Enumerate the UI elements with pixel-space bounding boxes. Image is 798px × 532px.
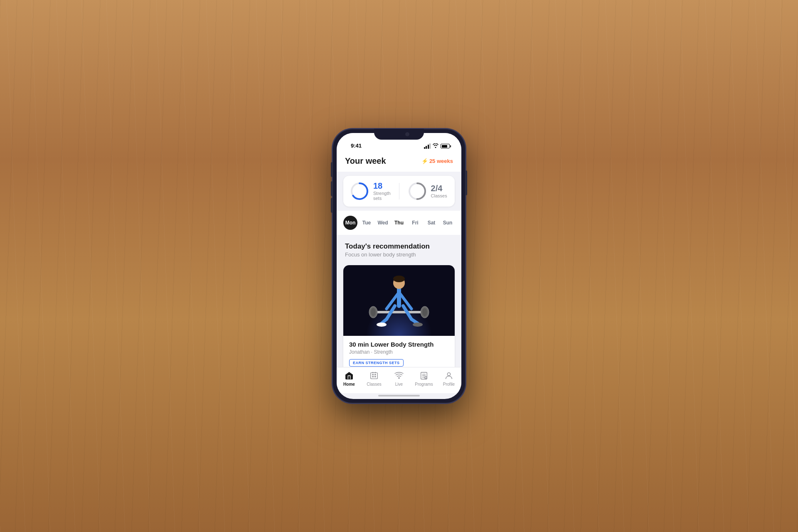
svg-point-19 (413, 323, 423, 327)
programs-icon (419, 371, 429, 381)
live-icon (394, 371, 404, 381)
profile-icon (444, 371, 454, 381)
streak-lightning-icon: ⚡ (421, 158, 428, 164)
strength-stat: 18 Strength sets (350, 182, 391, 201)
classes-value: 2/4 (431, 184, 447, 192)
day-sun[interactable]: Sun (441, 216, 455, 230)
your-week-title: Your week (345, 156, 386, 166)
day-wed[interactable]: Wed (376, 216, 390, 230)
recommendation-subtitle: Focus on lower body strength (345, 251, 453, 258)
nav-classes-label: Classes (367, 382, 382, 387)
classes-info: 2/4 Classes (431, 184, 447, 198)
day-tue-circle[interactable]: Tue (360, 216, 374, 230)
status-time: 9:41 (351, 143, 362, 149)
screen-content[interactable]: Your week ⚡ 25 weeks (337, 151, 461, 367)
nav-profile-label: Profile (443, 382, 455, 387)
workout-image (343, 265, 455, 336)
workout-name: 30 min Lower Body Strength (349, 341, 449, 348)
day-fri[interactable]: Fri (408, 216, 422, 230)
svg-point-8 (422, 308, 427, 316)
classes-icon (369, 371, 379, 381)
day-sat[interactable]: Sat (424, 216, 438, 230)
strength-value: 18 (373, 182, 391, 190)
nav-programs[interactable]: Programs (411, 371, 436, 387)
camera (405, 132, 409, 136)
stats-card: 18 Strength sets (343, 176, 455, 207)
svg-point-27 (398, 377, 400, 379)
svg-rect-20 (371, 373, 378, 379)
phone-screen: 9:41 (337, 133, 461, 399)
nav-home-label: Home (343, 382, 355, 387)
svg-point-17 (393, 276, 405, 282)
day-mon-circle[interactable]: Mon (343, 216, 357, 230)
svg-rect-26 (375, 372, 376, 374)
svg-rect-25 (372, 372, 373, 374)
classes-label: Classes (431, 193, 447, 198)
day-fri-circle[interactable]: Fri (408, 216, 422, 230)
day-tue[interactable]: Tue (360, 216, 374, 230)
notch (374, 129, 424, 140)
workout-info: 30 min Lower Body Strength Jonathan · St… (343, 336, 455, 367)
nav-home[interactable]: Home (337, 371, 362, 387)
day-wed-circle[interactable]: Wed (376, 216, 390, 230)
day-mon[interactable]: Mon (343, 216, 357, 230)
svg-point-6 (371, 308, 376, 316)
nav-live-label: Live (395, 382, 403, 387)
classes-stat: 2/4 Classes (408, 182, 448, 201)
status-icons (424, 143, 450, 149)
day-sun-circle[interactable]: Sun (441, 216, 455, 230)
classes-ring (408, 182, 427, 201)
strength-label: Strength sets (373, 191, 391, 201)
bottom-nav: Home Clas (337, 367, 461, 393)
phone-device: 9:41 (332, 129, 466, 403)
today-section: Today's recommendation Focus on lower bo… (337, 236, 461, 262)
svg-rect-22 (374, 374, 376, 375)
strength-info: 18 Strength sets (373, 182, 391, 201)
athlete-svg (366, 269, 432, 332)
stat-divider (399, 183, 399, 200)
battery-icon (441, 144, 450, 148)
day-sat-circle[interactable]: Sat (424, 216, 438, 230)
strength-ring (350, 182, 369, 201)
svg-point-30 (447, 373, 450, 376)
wifi-icon (433, 143, 438, 149)
signal-icon (424, 143, 431, 149)
nav-profile[interactable]: Profile (436, 371, 461, 387)
workout-card[interactable]: 30 min Lower Body Strength Jonathan · St… (343, 265, 455, 367)
day-thu-circle[interactable]: Thu (392, 216, 406, 230)
workout-instructor: Jonathan · Strength (349, 349, 449, 355)
streak-badge: ⚡ 25 weeks (421, 158, 453, 164)
nav-programs-label: Programs (415, 382, 433, 387)
svg-rect-21 (372, 374, 374, 375)
earn-strength-badge[interactable]: EARN STRENGTH SETS (349, 359, 404, 367)
nav-classes[interactable]: Classes (362, 371, 387, 387)
nav-live[interactable]: Live (387, 371, 411, 387)
scene: 9:41 (0, 0, 798, 532)
day-selector[interactable]: Mon Tue Wed Th (337, 211, 461, 235)
app-header: Your week ⚡ 25 weeks (337, 151, 461, 172)
svg-rect-4 (370, 311, 428, 313)
svg-point-18 (377, 323, 387, 327)
streak-text: 25 weeks (429, 158, 453, 164)
home-icon (344, 371, 354, 381)
home-indicator (378, 395, 420, 397)
day-thu[interactable]: Thu (392, 216, 406, 230)
recommendation-title: Today's recommendation (345, 242, 453, 251)
svg-rect-24 (374, 376, 376, 377)
svg-rect-23 (372, 376, 374, 377)
